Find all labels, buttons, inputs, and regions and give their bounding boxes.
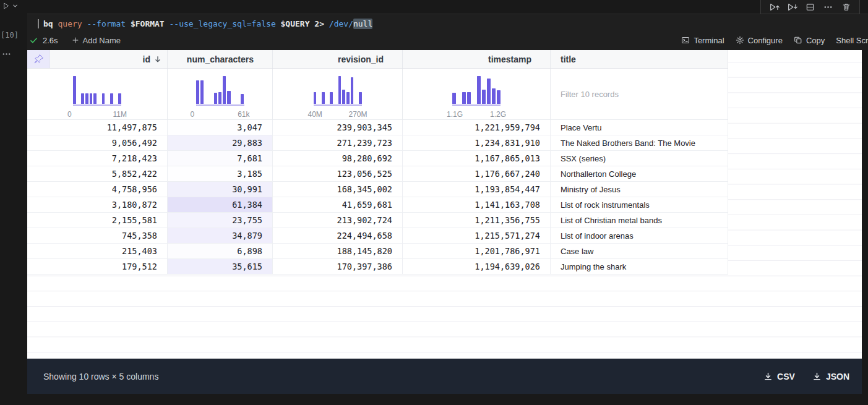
download-label: JSON [826,372,849,382]
action-configure[interactable]: Configure [736,36,783,45]
cell-title: Jumping the shark [551,259,728,274]
action-shell-script[interactable]: Shell Script [836,36,868,45]
table-row: 9,056,49229,883271,239,7231,234,831,910T… [27,135,728,151]
column-header-timestamp[interactable]: timestamp [403,50,551,68]
row-count-summary: Showing 10 rows × 5 columns [43,372,158,382]
download-json-button[interactable]: JSON [812,372,849,382]
cell-title: List of rock instrumentals [551,197,728,212]
cell-timestamp: 1,141,163,708 [403,197,551,212]
cell-revision_id: 123,056,525 [273,166,403,181]
cell-timestamp: 1,194,639,026 [403,259,551,274]
histogram-cell-timestamp: 1.1G1.2G [403,69,551,119]
histogram-range-labels: 40M270M [308,110,367,119]
histogram-range-labels: 1.1G1.2G [447,110,506,119]
action-label: Shell Script [836,36,868,45]
command-token: /dev/ [324,19,353,28]
cell-id: 215,403 [27,244,168,258]
cell-num_characters: 6,898 [168,244,273,258]
histogram-max-label: 1.2G [490,110,506,119]
table-row: 2,155,58123,755213,902,7241,211,356,755L… [27,213,728,228]
cell-collapse-button[interactable] [2,49,11,59]
action-terminal[interactable]: Terminal [681,36,724,45]
cell-id: 7,218,423 [27,151,168,166]
add-name-button[interactable]: Add Name [72,36,121,45]
text-cursor [38,19,39,28]
cell-num_characters: 7,681 [168,151,273,166]
download-label: CSV [777,372,795,382]
sort-descending-icon [153,55,162,64]
column-label: num_characters [187,54,254,64]
pin-column-button[interactable] [27,50,50,68]
chevron-down-icon [12,3,18,9]
column-header-revision_id[interactable]: revision_id [273,50,403,68]
run-cell-button[interactable] [2,2,18,10]
command-token: bq [43,19,53,28]
command-token: query [53,19,82,28]
histogram-cell-revision_id: 40M270M [273,69,403,119]
more-actions-button[interactable] [819,1,837,14]
results-footer: Showing 10 rows × 5 columns CSVJSON [27,359,862,394]
column-header-id[interactable]: id [50,50,168,68]
run-below-button[interactable] [783,1,801,14]
split-cell-button[interactable] [801,1,819,14]
histogram-bar [218,92,221,104]
action-copy[interactable]: Copy [794,36,825,45]
cell-title: List of indoor arenas [551,228,728,243]
histogram-num_characters: 061k [196,76,244,119]
download-icon [763,372,773,381]
histogram-bar [81,93,84,104]
title-filter-input[interactable] [561,90,714,99]
histogram-bar [462,92,466,104]
cell-id: 4,758,956 [27,182,168,197]
gear-icon [736,36,744,45]
cell-timestamp: 1,193,854,447 [403,182,551,197]
histogram-min-label: 0 [191,110,195,119]
table-row: 215,4036,898188,145,8201,201,786,971Case… [27,244,728,259]
histogram-baseline [73,104,121,106]
export-buttons: CSVJSON [763,372,849,382]
cell-toolbar [760,0,860,14]
execution-duration: 2.6s [43,36,58,45]
table-row: 11,497,8753,047239,903,3451,221,959,794P… [27,120,728,135]
cell-title: SSX (series) [551,151,728,166]
histogram-bar [196,80,199,104]
command-line[interactable]: bq query --format $FORMAT --use_legacy_s… [38,18,372,29]
histogram-range-labels: 061k [191,110,250,119]
histogram-bar [90,93,93,104]
histogram-bar [497,90,501,104]
histogram-min-label: 0 [67,110,72,119]
histogram-bar [452,93,456,104]
histogram-max-label: 11M [113,110,127,119]
download-csv-button[interactable]: CSV [763,372,795,382]
column-label: title [561,54,576,64]
delete-cell-button[interactable] [837,1,855,14]
cell-status-bar: 2.6s Add Name TerminalConfigureCopyShell… [27,34,868,46]
cell-num_characters: 61,384 [168,197,273,212]
cell-title: Place Vertu [551,120,728,135]
command-token: $QUERY [276,19,310,28]
action-label: Terminal [694,36,724,45]
column-header-num_characters[interactable]: num_characters [168,50,273,68]
cell-id: 5,852,422 [27,166,168,181]
histogram-bar [492,88,496,104]
plus-icon [72,36,79,44]
histogram-bar [477,76,481,104]
terminal-icon [681,36,690,45]
histogram-bar [359,92,362,104]
run-above-button[interactable] [765,1,783,14]
cell-timestamp: 1,221,959,794 [403,120,551,135]
cell-revision_id: 239,903,345 [273,120,403,135]
delete-cell-icon [842,2,851,12]
cell-id: 745,358 [27,228,168,243]
histogram-bar [330,92,333,104]
histogram-bar [346,92,350,104]
cell-num_characters: 3,185 [168,166,273,181]
table-header-row: idnum_charactersrevision_idtimestamptitl… [27,50,728,69]
table-row: 179,51235,615170,397,3861,194,639,026Jum… [27,259,728,275]
cell-revision_id: 98,280,692 [273,151,403,166]
histogram-bar [227,91,230,104]
column-header-title[interactable]: title [551,50,728,68]
run-below-icon [787,2,797,12]
histogram-bars [314,76,362,104]
histogram-min-label: 40M [308,110,322,119]
